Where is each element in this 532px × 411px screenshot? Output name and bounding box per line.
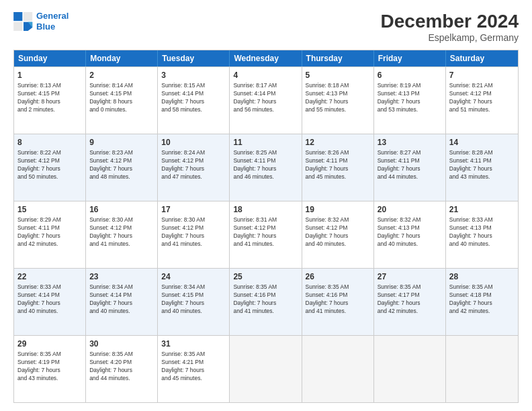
day-info: Sunrise: 8:35 AM Sunset: 4:21 PM Dayligh…	[161, 351, 226, 383]
day-info: Sunrise: 8:28 AM Sunset: 4:11 PM Dayligh…	[449, 149, 515, 181]
day-number: 29	[17, 338, 82, 349]
calendar-row-4: 22Sunrise: 8:33 AM Sunset: 4:14 PM Dayli…	[14, 268, 518, 335]
day-number: 30	[89, 338, 154, 349]
calendar-row-3: 15Sunrise: 8:29 AM Sunset: 4:11 PM Dayli…	[14, 201, 518, 268]
cal-cell-28: 28Sunrise: 8:35 AM Sunset: 4:18 PM Dayli…	[446, 269, 518, 335]
cal-cell-27: 27Sunrise: 8:35 AM Sunset: 4:17 PM Dayli…	[374, 269, 446, 335]
calendar-row-2: 8Sunrise: 8:22 AM Sunset: 4:12 PM Daylig…	[14, 134, 518, 201]
cal-cell-23: 23Sunrise: 8:34 AM Sunset: 4:14 PM Dayli…	[86, 269, 158, 335]
cal-cell-31: 31Sunrise: 8:35 AM Sunset: 4:21 PM Dayli…	[158, 336, 230, 402]
day-number: 6	[378, 70, 442, 81]
day-number: 2	[89, 70, 154, 81]
cal-cell-9: 9Sunrise: 8:23 AM Sunset: 4:12 PM Daylig…	[86, 134, 158, 201]
title-block: December 2024 Espelkamp, Germany	[381, 11, 519, 43]
page: General Blue December 2024 Espelkamp, Ge…	[0, 0, 532, 411]
day-number: 11	[233, 137, 298, 148]
logo: General Blue	[13, 11, 69, 32]
day-number: 9	[89, 137, 154, 148]
day-number: 24	[161, 271, 226, 282]
day-info: Sunrise: 8:21 AM Sunset: 4:12 PM Dayligh…	[449, 82, 515, 114]
day-info: Sunrise: 8:13 AM Sunset: 4:15 PM Dayligh…	[17, 82, 82, 114]
cal-cell-20: 20Sunrise: 8:32 AM Sunset: 4:13 PM Dayli…	[374, 201, 446, 268]
header-cell-saturday: Saturday	[446, 50, 518, 66]
day-info: Sunrise: 8:34 AM Sunset: 4:15 PM Dayligh…	[161, 283, 226, 316]
cal-cell-15: 15Sunrise: 8:29 AM Sunset: 4:11 PM Dayli…	[14, 201, 86, 268]
cal-cell-25: 25Sunrise: 8:35 AM Sunset: 4:16 PM Dayli…	[230, 269, 302, 335]
day-number: 18	[233, 204, 298, 215]
svg-rect-0	[13, 12, 22, 21]
day-number: 4	[233, 70, 298, 81]
cal-cell-8: 8Sunrise: 8:22 AM Sunset: 4:12 PM Daylig…	[14, 134, 86, 201]
month-title: December 2024	[381, 11, 519, 32]
day-info: Sunrise: 8:32 AM Sunset: 4:12 PM Dayligh…	[306, 216, 370, 248]
day-info: Sunrise: 8:35 AM Sunset: 4:16 PM Dayligh…	[306, 283, 370, 316]
day-info: Sunrise: 8:15 AM Sunset: 4:14 PM Dayligh…	[161, 82, 226, 114]
cal-cell-12: 12Sunrise: 8:26 AM Sunset: 4:11 PM Dayli…	[302, 134, 374, 201]
day-number: 20	[378, 204, 442, 215]
cal-cell-14: 14Sunrise: 8:28 AM Sunset: 4:11 PM Dayli…	[446, 134, 518, 201]
day-number: 15	[17, 204, 82, 215]
day-number: 12	[306, 137, 370, 148]
day-info: Sunrise: 8:18 AM Sunset: 4:13 PM Dayligh…	[306, 82, 370, 114]
day-info: Sunrise: 8:29 AM Sunset: 4:11 PM Dayligh…	[17, 216, 82, 248]
svg-rect-1	[24, 12, 32, 21]
day-info: Sunrise: 8:30 AM Sunset: 4:12 PM Dayligh…	[161, 216, 226, 248]
cal-cell-3: 3Sunrise: 8:15 AM Sunset: 4:14 PM Daylig…	[158, 67, 230, 134]
day-info: Sunrise: 8:30 AM Sunset: 4:12 PM Dayligh…	[89, 216, 154, 248]
cal-cell-1: 1Sunrise: 8:13 AM Sunset: 4:15 PM Daylig…	[14, 67, 86, 134]
day-number: 21	[449, 204, 515, 215]
calendar-row-5: 29Sunrise: 8:35 AM Sunset: 4:19 PM Dayli…	[14, 335, 518, 402]
day-number: 31	[161, 338, 226, 349]
logo-text: General Blue	[36, 11, 69, 32]
day-number: 7	[449, 70, 515, 81]
day-info: Sunrise: 8:22 AM Sunset: 4:12 PM Dayligh…	[17, 149, 82, 181]
day-number: 17	[161, 204, 226, 215]
day-info: Sunrise: 8:23 AM Sunset: 4:12 PM Dayligh…	[89, 149, 154, 181]
location: Espelkamp, Germany	[381, 32, 519, 43]
day-info: Sunrise: 8:35 AM Sunset: 4:18 PM Dayligh…	[449, 283, 515, 316]
cal-cell-26: 26Sunrise: 8:35 AM Sunset: 4:16 PM Dayli…	[302, 269, 374, 335]
logo-line1: General	[36, 11, 69, 21]
header-cell-wednesday: Wednesday	[230, 50, 302, 66]
day-info: Sunrise: 8:27 AM Sunset: 4:11 PM Dayligh…	[378, 149, 442, 181]
calendar-header: SundayMondayTuesdayWednesdayThursdayFrid…	[14, 50, 518, 66]
calendar-body: 1Sunrise: 8:13 AM Sunset: 4:15 PM Daylig…	[14, 66, 518, 402]
day-info: Sunrise: 8:26 AM Sunset: 4:11 PM Dayligh…	[306, 149, 370, 181]
cal-cell-empty-4	[302, 336, 374, 402]
day-number: 10	[161, 137, 226, 148]
cal-cell-21: 21Sunrise: 8:33 AM Sunset: 4:13 PM Dayli…	[446, 201, 518, 268]
day-number: 19	[306, 204, 370, 215]
cal-cell-4: 4Sunrise: 8:17 AM Sunset: 4:14 PM Daylig…	[230, 67, 302, 134]
day-info: Sunrise: 8:35 AM Sunset: 4:17 PM Dayligh…	[378, 283, 442, 316]
logo-icon	[13, 12, 34, 31]
cal-cell-5: 5Sunrise: 8:18 AM Sunset: 4:13 PM Daylig…	[302, 67, 374, 134]
day-info: Sunrise: 8:33 AM Sunset: 4:13 PM Dayligh…	[449, 216, 515, 248]
cal-cell-18: 18Sunrise: 8:31 AM Sunset: 4:12 PM Dayli…	[230, 201, 302, 268]
day-info: Sunrise: 8:35 AM Sunset: 4:16 PM Dayligh…	[233, 283, 298, 316]
cal-cell-24: 24Sunrise: 8:34 AM Sunset: 4:15 PM Dayli…	[158, 269, 230, 335]
header-cell-sunday: Sunday	[14, 50, 86, 66]
calendar: SundayMondayTuesdayWednesdayThursdayFrid…	[13, 50, 519, 403]
day-info: Sunrise: 8:32 AM Sunset: 4:13 PM Dayligh…	[378, 216, 442, 248]
logo-line2: Blue	[36, 21, 55, 32]
day-info: Sunrise: 8:35 AM Sunset: 4:19 PM Dayligh…	[17, 351, 82, 383]
day-info: Sunrise: 8:25 AM Sunset: 4:11 PM Dayligh…	[233, 149, 298, 181]
day-number: 26	[306, 271, 370, 282]
day-number: 5	[306, 70, 370, 81]
day-info: Sunrise: 8:35 AM Sunset: 4:20 PM Dayligh…	[89, 351, 154, 383]
cal-cell-17: 17Sunrise: 8:30 AM Sunset: 4:12 PM Dayli…	[158, 201, 230, 268]
cal-cell-10: 10Sunrise: 8:24 AM Sunset: 4:12 PM Dayli…	[158, 134, 230, 201]
day-number: 25	[233, 271, 298, 282]
day-number: 13	[378, 137, 442, 148]
cal-cell-22: 22Sunrise: 8:33 AM Sunset: 4:14 PM Dayli…	[14, 269, 86, 335]
cal-cell-19: 19Sunrise: 8:32 AM Sunset: 4:12 PM Dayli…	[302, 201, 374, 268]
cal-cell-6: 6Sunrise: 8:19 AM Sunset: 4:13 PM Daylig…	[374, 67, 446, 134]
cal-cell-11: 11Sunrise: 8:25 AM Sunset: 4:11 PM Dayli…	[230, 134, 302, 201]
cal-cell-empty-5	[374, 336, 446, 402]
header-cell-tuesday: Tuesday	[158, 50, 230, 66]
day-number: 22	[17, 271, 82, 282]
day-info: Sunrise: 8:14 AM Sunset: 4:15 PM Dayligh…	[89, 82, 154, 114]
day-number: 23	[89, 271, 154, 282]
day-info: Sunrise: 8:24 AM Sunset: 4:12 PM Dayligh…	[161, 149, 226, 181]
day-info: Sunrise: 8:31 AM Sunset: 4:12 PM Dayligh…	[233, 216, 298, 248]
